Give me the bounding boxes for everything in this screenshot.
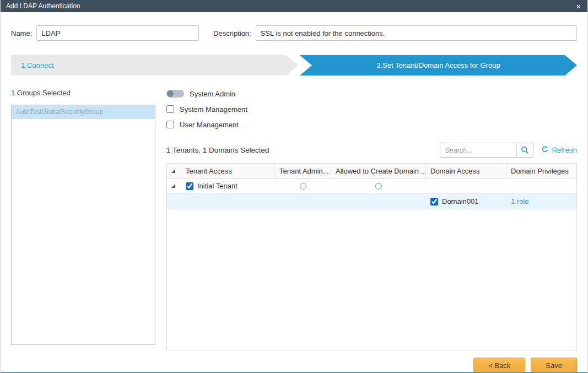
system-management-label: System Management (180, 105, 247, 113)
groups-selected-count: 1 Groups Selected (11, 89, 155, 97)
tenant-row: Initial Tenant (167, 179, 576, 194)
refresh-icon (541, 145, 549, 155)
user-management-label: User Management (180, 121, 239, 129)
group-list-item[interactable]: AutoTestGlobalSecurityGroup (12, 105, 155, 119)
tenants-toolbar: 1 Tenants, 1 Domains Selected (166, 143, 577, 158)
allowed-create-domain-cell (331, 179, 426, 193)
main-content: 1 Groups Selected AutoTestGlobalSecurity… (11, 89, 577, 350)
name-field[interactable] (36, 25, 199, 41)
domain-expand-cell (167, 194, 181, 209)
domain-access-cell: Domain001 (426, 194, 506, 209)
toggle-knob-icon (167, 90, 174, 97)
domain-row: Domain001 1 role (167, 194, 576, 209)
search-input[interactable] (440, 147, 516, 154)
column-header-domain-privileges: Domain Privileges (506, 164, 576, 178)
domain-allowed-create-cell (331, 194, 426, 209)
user-management-checkbox[interactable] (166, 121, 174, 128)
system-management-checkbox[interactable] (166, 105, 174, 113)
domain-tenant-access-cell (181, 194, 275, 209)
tenant-domain-privileges-cell (506, 179, 576, 193)
tenant-domain-grid: Tenant Access Tenant Admin... Allowed to… (166, 163, 577, 350)
expand-all-icon (171, 169, 175, 173)
save-button[interactable]: Save (531, 358, 577, 373)
allowed-create-domain-radio[interactable] (375, 183, 382, 190)
collapse-icon[interactable] (171, 184, 175, 188)
close-icon[interactable]: × (575, 2, 582, 10)
tenant-access-checkbox[interactable] (186, 182, 193, 190)
refresh-button[interactable]: Refresh (541, 145, 577, 155)
search-box (440, 143, 533, 158)
expand-all-header[interactable] (167, 164, 181, 178)
grid-empty-area (167, 209, 576, 350)
name-label: Name: (11, 29, 32, 37)
domain-name: Domain001 (442, 197, 479, 206)
groups-list: AutoTestGlobalSecurityGroup (11, 105, 155, 345)
domain-access-checkbox[interactable] (430, 198, 438, 206)
system-management-row: System Management (166, 104, 577, 114)
group-name: AutoTestGlobalSecurityGroup (16, 108, 103, 116)
system-admin-toggle[interactable] (166, 90, 184, 98)
domain-tenant-admin-cell (275, 194, 331, 209)
tenant-name: Initial Tenant (197, 182, 238, 190)
search-icon[interactable] (516, 143, 533, 157)
tenant-domain-access-cell (426, 179, 506, 193)
column-header-allowed-create-domain: Allowed to Create Domain ... (331, 164, 426, 178)
system-admin-row: System Admin (166, 89, 577, 99)
wizard-step-tenant-domain-access-label: 2.Set Tenant/Domain Access for Group (376, 61, 500, 69)
wizard-step-tenant-domain-access[interactable]: 2.Set Tenant/Domain Access for Group (300, 55, 577, 75)
dialog-footer: < Back Save (11, 358, 577, 373)
access-panel: System Admin System Management User Mana… (166, 89, 577, 350)
tenant-access-cell: Initial Tenant (181, 179, 275, 193)
groups-panel: 1 Groups Selected AutoTestGlobalSecurity… (11, 89, 155, 350)
description-field[interactable] (256, 25, 577, 41)
refresh-label: Refresh (552, 146, 577, 154)
tenant-admin-cell (275, 179, 331, 193)
column-header-domain-access: Domain Access (426, 164, 506, 178)
system-admin-label: System Admin (190, 90, 235, 98)
grid-header-row: Tenant Access Tenant Admin... Allowed to… (167, 164, 576, 179)
column-header-tenant-admin: Tenant Admin... (275, 164, 331, 178)
wizard-steps: 1.Connect 2.Set Tenant/Domain Access for… (11, 55, 577, 75)
back-button[interactable]: < Back (473, 358, 525, 373)
tenant-expand-cell (167, 179, 181, 193)
wizard-step-connect[interactable]: 1.Connect (11, 55, 298, 75)
description-label: Description: (213, 29, 251, 37)
form-row: Name: Description: (1, 12, 587, 48)
dialog-title: Add LDAP Authentication (6, 2, 575, 10)
user-management-row: User Management (166, 120, 577, 129)
column-header-tenant-access: Tenant Access (181, 164, 275, 178)
wizard-step-connect-label: 1.Connect (21, 61, 53, 69)
tenant-admin-radio[interactable] (300, 183, 306, 190)
tenants-selected-count: 1 Tenants, 1 Domains Selected (166, 146, 440, 154)
role-link[interactable]: 1 role (511, 197, 529, 206)
dialog-titlebar: Add LDAP Authentication × (1, 0, 587, 12)
domain-privileges-cell: 1 role (506, 194, 576, 209)
